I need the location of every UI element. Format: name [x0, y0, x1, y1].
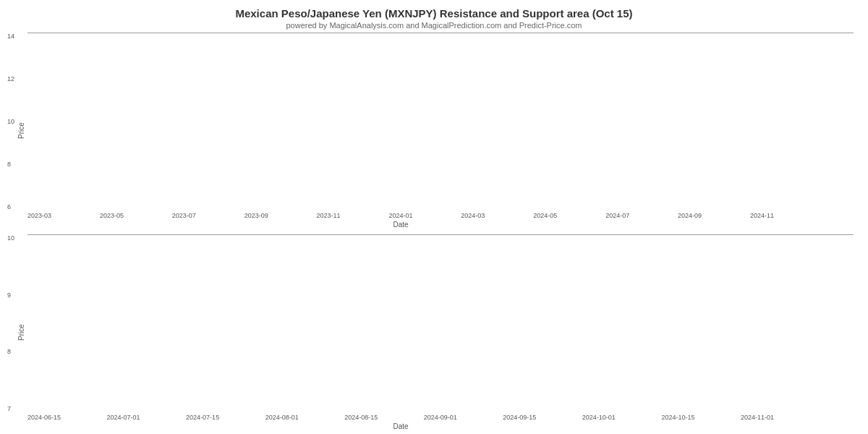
grid-line [28, 33, 854, 33]
chart-subtitle: powered by MagicalAnalysis.com and Magic… [14, 21, 854, 30]
watermark-top: MagicalAnalysis.com MagicalPrediction.co… [330, 33, 515, 33]
bottom-x-label: Date [27, 422, 854, 430]
top-chart-container: Price 14 12 10 8 6 [14, 33, 854, 229]
top-y-ticks: 14 12 10 8 6 [7, 33, 14, 210]
grid-line [28, 33, 854, 33]
grid-line [28, 33, 854, 33]
bottom-y-axis-label: Price [14, 234, 27, 430]
grid-line [28, 33, 854, 33]
bottom-chart-container: Price 10 9 8 7 [14, 234, 854, 430]
grid-line [28, 234, 854, 235]
grid-line [28, 234, 854, 235]
charts-wrapper: Price 14 12 10 8 6 [14, 33, 854, 430]
grid-line [28, 234, 854, 235]
chart-title: Mexican Peso/Japanese Yen (MXNJPY) Resis… [14, 7, 854, 20]
bottom-x-ticks: 2024-06-15 2024-07-01 2024-07-15 2024-08… [27, 412, 854, 422]
grid-line [28, 234, 854, 235]
top-y-axis-label: Price [14, 33, 27, 229]
watermark-bottom: MagicalAnalysis.com MagicalPrediction.co… [330, 234, 515, 235]
top-x-label: Date [27, 221, 854, 229]
top-x-ticks: 2023-03 2023-05 2023-07 2023-09 2023-11 … [27, 210, 854, 221]
top-chart-area: MagicalAnalysis.com MagicalPrediction.co… [27, 33, 854, 33]
bottom-chart-area: MagicalAnalysis.com MagicalPrediction.co… [27, 234, 854, 235]
bottom-y-ticks: 10 9 8 7 [7, 234, 14, 412]
page-container: Mexican Peso/Japanese Yen (MXNJPY) Resis… [0, 0, 868, 434]
grid-line [28, 33, 854, 33]
